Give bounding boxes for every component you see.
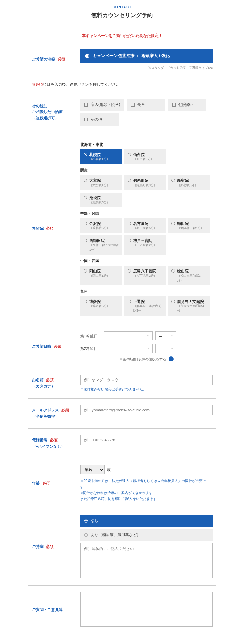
- age-note: ※20歳未満の方は、法定代理人（親権者もしくは未成年後見人）の同伴が必要です。 …: [80, 478, 213, 502]
- time2-select[interactable]: —: [155, 344, 176, 353]
- radio-icon: [84, 269, 87, 273]
- add-date-note: ※第3希望日以降の選択をする: [119, 357, 167, 361]
- clinic-option[interactable]: 岡山院（岡山駅1分）: [80, 266, 122, 285]
- region-label: 中国・四国: [80, 258, 213, 264]
- email-label: メールアドレス 必須（半角英数字）: [28, 399, 77, 428]
- radio-icon: [84, 153, 87, 156]
- page-title: 無料カウンセリング予約: [28, 12, 216, 19]
- divider: [28, 634, 216, 634]
- radio-icon: [128, 153, 131, 156]
- clinic-option[interactable]: 神戸三宮院（三ノ宮駅2分）: [124, 235, 166, 255]
- clinic-option[interactable]: 西梅田院（西梅田駅 北新地駅1分）: [80, 235, 122, 255]
- clinic-option[interactable]: 博多院（博多駅5分）: [80, 296, 122, 316]
- clinic-option[interactable]: 広島八丁堀院（八丁堀駅2分）: [124, 266, 166, 285]
- treatment-selected-option[interactable]: キャンペーン包茎治療 ＋ 亀頭増大 / 強化: [80, 49, 213, 63]
- question-textarea[interactable]: [80, 592, 213, 627]
- region-label: 関東: [80, 168, 213, 173]
- radio-icon: [128, 300, 131, 303]
- radio-icon: [84, 533, 88, 537]
- disease-none-option[interactable]: なし: [80, 515, 213, 527]
- required-note: ※必須項目を入力後、送信ボタンを押してください: [31, 82, 216, 87]
- clinic-option[interactable]: 松山院（松山市駅前駅3分）: [168, 266, 210, 285]
- date2-label: 第2希望日: [80, 346, 101, 351]
- radio-icon: [171, 300, 175, 303]
- radio-icon: [84, 222, 87, 225]
- disease-textarea[interactable]: [80, 543, 213, 578]
- question-label: ご質問・ご意見等: [28, 586, 77, 634]
- other-checkbox[interactable]: 増大(亀頭・陰茎): [80, 99, 124, 111]
- region-label: 九州: [80, 289, 213, 294]
- clinic-option[interactable]: 新宿院（新宿駅3分）: [168, 175, 210, 190]
- radio-icon: [84, 519, 88, 523]
- phone-label: 電話番号 必須（−ハイフンなし）: [28, 429, 77, 458]
- email-input[interactable]: [80, 405, 213, 415]
- name-label: お名前 必須（カタカナ）: [28, 368, 77, 398]
- clinic-option[interactable]: 金沢院（香林坊5分）: [80, 218, 122, 233]
- contact-label: CONTACT: [28, 5, 216, 9]
- checkbox-icon: [84, 103, 88, 107]
- radio-icon: [85, 54, 89, 58]
- other-label: その他にご相談したい治療（複数選択可）: [28, 92, 77, 132]
- date1-label: 第1希望日: [80, 333, 101, 339]
- radio-icon: [128, 222, 131, 225]
- radio-icon: [84, 239, 87, 242]
- clinic-option[interactable]: 鹿児島天文館院（市電天文館通駅4分）: [168, 296, 210, 316]
- radio-icon: [128, 179, 131, 182]
- disease-label: ご持病 必須: [28, 508, 77, 585]
- date2-select[interactable]: [104, 344, 153, 353]
- campaign-note: 本キャンペーンをご覧いただいたあなた限定！: [28, 33, 216, 38]
- phone-input[interactable]: [80, 435, 136, 445]
- radio-icon: [128, 239, 131, 242]
- age-unit: 歳: [107, 467, 111, 473]
- radio-icon: [171, 269, 175, 273]
- time1-select[interactable]: —: [155, 331, 176, 340]
- region-label: 北海道・東北: [80, 142, 213, 147]
- region-label: 中部・関西: [80, 211, 213, 216]
- radio-icon: [84, 179, 87, 182]
- age-select[interactable]: 年齢: [80, 465, 105, 474]
- radio-icon: [171, 179, 175, 182]
- radio-icon: [128, 269, 131, 273]
- radio-icon: [171, 222, 175, 225]
- radio-icon: [84, 196, 87, 199]
- checkbox-icon: [84, 118, 88, 121]
- clinic-label: 希望院 必須: [28, 132, 77, 325]
- treatment-label: ご希望の治療 必須: [28, 42, 77, 77]
- other-checkbox[interactable]: 他院修正: [168, 99, 206, 111]
- divider: [28, 77, 216, 77]
- other-checkbox[interactable]: 長茎: [127, 99, 165, 111]
- clinic-option[interactable]: 仙台院（仙台駅3分）: [124, 149, 166, 164]
- name-note: ※永住権がない場合は受診ができません。: [80, 387, 213, 392]
- clinic-option[interactable]: 錦糸町院（錦糸町駅3分）: [124, 175, 166, 190]
- name-input[interactable]: [80, 375, 213, 385]
- date1-select[interactable]: [104, 331, 153, 340]
- clinic-option[interactable]: 名古屋院（名古屋駅5分）: [124, 218, 166, 233]
- checkbox-icon: [172, 103, 176, 107]
- clinic-option[interactable]: 下通院（熊本城・市役所前駅3分）: [124, 296, 166, 316]
- clinic-option[interactable]: 梅田院（大阪梅田駅1分）: [168, 218, 210, 233]
- other-checkbox[interactable]: その他: [80, 113, 119, 126]
- clinic-option[interactable]: 池袋院（池袋駅3分）: [80, 193, 122, 207]
- treatment-fine-note: ※スタンダードカット治療 ※吸収タイプ1cc: [80, 66, 213, 70]
- checkbox-icon: [131, 103, 135, 107]
- radio-icon: [84, 300, 87, 303]
- clinic-option[interactable]: 大宮院（大宮駅1分）: [80, 175, 122, 190]
- disease-yes-option[interactable]: あり（糖尿病、服用薬など）: [80, 529, 213, 541]
- age-label: 年齢 必須: [28, 458, 77, 508]
- datetime-label: ご希望日時 必須: [28, 325, 77, 368]
- plus-icon[interactable]: +: [169, 356, 174, 361]
- clinic-option[interactable]: 札幌院（札幌駅1分）: [80, 149, 122, 164]
